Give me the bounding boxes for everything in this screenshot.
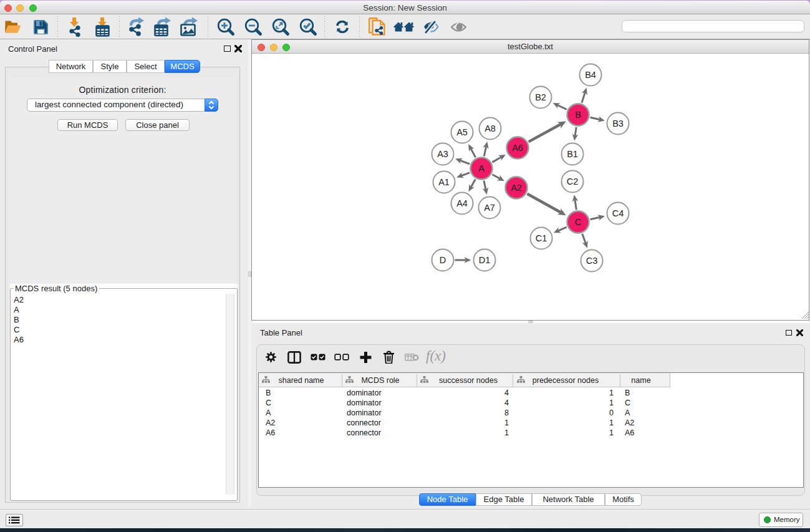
svg-text:A1: A1 xyxy=(438,177,450,187)
svg-text:A7: A7 xyxy=(484,203,495,213)
svg-text:A6: A6 xyxy=(512,143,523,153)
svg-text:A5: A5 xyxy=(456,127,468,137)
svg-text:B4: B4 xyxy=(585,70,596,80)
svg-text:C: C xyxy=(575,217,581,227)
svg-text:C1: C1 xyxy=(536,233,547,243)
svg-text:C2: C2 xyxy=(567,177,579,186)
svg-text:A2: A2 xyxy=(511,183,522,193)
svg-text:A: A xyxy=(478,163,485,173)
svg-text:B3: B3 xyxy=(612,118,624,128)
svg-text:B: B xyxy=(575,110,581,120)
svg-text:A3: A3 xyxy=(437,149,448,159)
svg-text:B1: B1 xyxy=(567,149,578,159)
svg-text:A4: A4 xyxy=(456,198,468,208)
svg-text:D1: D1 xyxy=(479,255,491,265)
svg-text:C4: C4 xyxy=(612,208,624,218)
svg-text:B2: B2 xyxy=(535,92,546,102)
svg-text:A8: A8 xyxy=(485,123,496,133)
svg-text:C3: C3 xyxy=(586,256,598,266)
svg-text:D: D xyxy=(440,255,446,265)
